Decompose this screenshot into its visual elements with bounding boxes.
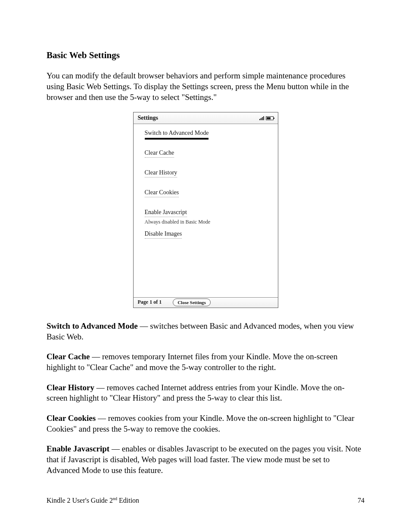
settings-item-switch-mode[interactable]: Switch to Advanced Mode	[145, 129, 267, 140]
definitions-block: Switch to Advanced Mode — switches betwe…	[47, 321, 364, 476]
screenshot-body: Switch to Advanced Mode Clear Cache Clea…	[134, 124, 278, 297]
definition-term: Enable Javascript	[47, 444, 109, 453]
settings-item-label: Clear Cookies	[145, 189, 179, 197]
settings-item-clear-cookies[interactable]: Clear Cookies	[145, 189, 267, 197]
screenshot-title: Settings	[138, 114, 158, 122]
definition-clear-cookies: Clear Cookies — removes cookies from you…	[47, 413, 364, 434]
intro-paragraph: You can modify the default browser behav…	[47, 71, 364, 103]
settings-item-label: Switch to Advanced Mode	[145, 129, 209, 140]
definition-term: Switch to Advanced Mode	[47, 321, 138, 330]
definition-desc: — removes temporary Internet files from …	[47, 352, 338, 372]
battery-icon	[266, 116, 274, 120]
screenshot-header: Settings	[134, 112, 278, 124]
settings-item-label: Disable Images	[145, 230, 182, 239]
definition-clear-history: Clear History — removes cached Internet …	[47, 383, 364, 404]
settings-item-clear-cache[interactable]: Clear Cache	[145, 149, 267, 158]
settings-item-label: Enable Javascript	[145, 208, 187, 217]
status-icons	[259, 116, 274, 120]
footer-guide-title: Kindle 2 User's Guide 2nd Edition	[47, 496, 139, 505]
settings-item-clear-history[interactable]: Clear History	[145, 169, 267, 177]
settings-item-label: Clear History	[145, 169, 177, 177]
definition-term: Clear Cache	[47, 352, 90, 361]
footer-text: Edition	[117, 497, 139, 504]
settings-item-enable-javascript[interactable]: Enable Javascript Always disabled in Bas…	[145, 208, 267, 226]
page-footer: Kindle 2 User's Guide 2nd Edition 74	[47, 496, 364, 505]
section-heading: Basic Web Settings	[47, 50, 364, 61]
page-indicator: Page 1 of 1	[138, 299, 162, 306]
document-page: Basic Web Settings You can modify the de…	[0, 0, 411, 532]
footer-text: Kindle 2 User's Guide 2	[47, 497, 113, 504]
screenshot-footer: Page 1 of 1 Close Settings	[134, 297, 278, 308]
footer-page-number: 74	[358, 496, 364, 505]
definition-term: Clear History	[47, 383, 94, 392]
settings-item-disable-images[interactable]: Disable Images	[145, 230, 267, 239]
kindle-settings-screenshot: Settings Switch to Advanced Mode Clear C…	[133, 112, 278, 308]
definition-enable-javascript: Enable Javascript — enables or disables …	[47, 444, 364, 476]
signal-icon	[259, 116, 264, 120]
definition-term: Clear Cookies	[47, 414, 96, 423]
settings-item-subtext: Always disabled in Basic Mode	[145, 219, 267, 226]
settings-item-label: Clear Cache	[145, 149, 174, 158]
footer-superscript: nd	[113, 496, 117, 501]
definition-clear-cache: Clear Cache — removes temporary Internet…	[47, 352, 364, 373]
close-settings-button[interactable]: Close Settings	[173, 299, 211, 306]
definition-switch-mode: Switch to Advanced Mode — switches betwe…	[47, 321, 364, 342]
